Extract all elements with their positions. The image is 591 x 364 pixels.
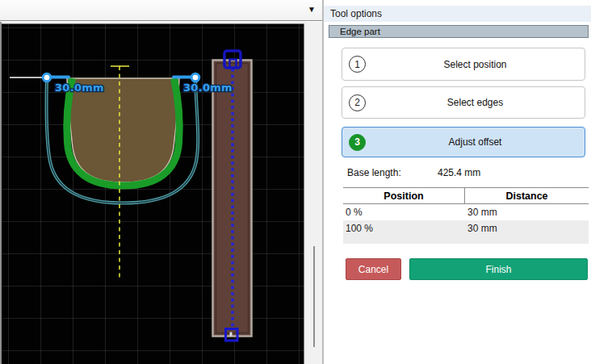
canvas-scrollbar[interactable] xyxy=(306,22,322,364)
scrollbar-thumb[interactable] xyxy=(313,246,315,347)
step-label: Select position xyxy=(366,59,585,70)
dimension-label-left: 30.0mm xyxy=(55,82,104,94)
column-header-distance: Distance xyxy=(465,188,589,203)
step-label: Select edges xyxy=(366,97,585,108)
offset-table: Position Distance 0 % 30 mm 100 % 30 mm xyxy=(343,187,589,244)
step-button-select-position[interactable]: 1 Select position xyxy=(342,48,585,81)
cell-position: 0 % xyxy=(343,205,466,220)
step-number-badge: 1 xyxy=(349,56,366,73)
cell-distance: 30 mm xyxy=(466,205,589,220)
table-row[interactable]: 0 % 30 mm xyxy=(343,204,589,220)
step-number-badge-active: 3 xyxy=(349,134,366,151)
dropdown-arrow-icon[interactable]: ▼ xyxy=(308,5,316,15)
step-label: Adjust offset xyxy=(366,136,585,148)
viewport-toolbar: ▼ xyxy=(0,0,322,21)
dimension-handle-left[interactable] xyxy=(43,73,51,82)
dimension-handle-right[interactable] xyxy=(191,73,199,82)
dimension-label-right: 30.0mm xyxy=(183,82,233,94)
base-length-label: Base length: xyxy=(347,167,401,178)
table-row[interactable]: 100 % 30 mm xyxy=(343,220,589,244)
canvas-border-left xyxy=(0,22,2,364)
base-length-value: 425.4 mm xyxy=(438,167,480,178)
finish-button[interactable]: Finish xyxy=(409,258,588,280)
section-header-edge-part: Edge part xyxy=(329,25,589,38)
panel-title: Tool options xyxy=(324,6,591,22)
cancel-button[interactable]: Cancel xyxy=(346,258,401,280)
drawing-canvas[interactable]: 30.0mm 30.0mm xyxy=(0,22,306,364)
column-header-position: Position xyxy=(343,188,465,203)
application-window: ▼ xyxy=(0,0,591,364)
tool-options-panel: Tool options Edge part 1 Select position… xyxy=(324,0,591,364)
cell-distance: 30 mm xyxy=(466,221,589,244)
step-button-adjust-offset[interactable]: 3 Adjust offset xyxy=(342,127,585,157)
pocket-shape[interactable] xyxy=(67,78,179,182)
table-header-row: Position Distance xyxy=(343,187,589,204)
step-button-select-edges[interactable]: 2 Select edges xyxy=(342,86,585,119)
cell-position: 100 % xyxy=(343,221,466,244)
step-number-badge: 2 xyxy=(349,94,366,111)
canvas-border-top xyxy=(0,22,306,24)
